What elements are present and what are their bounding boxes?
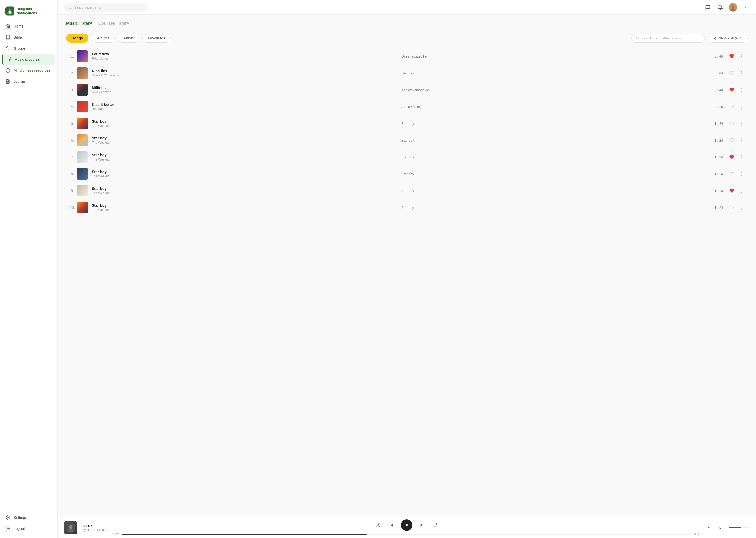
- home-icon: [5, 24, 11, 29]
- player-controls: 1:42 4:00: [113, 519, 700, 536]
- song-info: Star boy The Weeknd: [92, 119, 402, 128]
- svg-rect-28: [406, 524, 406, 526]
- song-more-button[interactable]: ⋮: [737, 104, 745, 110]
- song-more-button[interactable]: ⋮: [737, 171, 745, 177]
- song-thumbnail: [77, 134, 88, 146]
- song-artist: The Weeknd: [92, 208, 402, 212]
- table-row[interactable]: 6. Star boy The Weeknd Star boy 1 : 24 ⋮: [66, 132, 748, 149]
- shuffle-player-icon: [376, 523, 380, 527]
- song-like-button[interactable]: [727, 121, 737, 126]
- chat-icon: [705, 5, 710, 10]
- song-like-button[interactable]: [727, 104, 737, 109]
- song-more-button[interactable]: ⋮: [737, 188, 745, 193]
- filter-artists[interactable]: Artists: [118, 34, 139, 42]
- content-area: Music library Courses library Songs Albu…: [58, 15, 756, 538]
- song-more-button[interactable]: ⋮: [737, 205, 745, 210]
- play-button[interactable]: [401, 519, 412, 531]
- search-icon: [68, 6, 72, 9]
- song-duration: 3 : 04: [711, 71, 727, 75]
- sidebar-item-mindfulness[interactable]: Mindfulness resources: [2, 65, 55, 76]
- song-thumbnail: [77, 202, 88, 213]
- notifications-button[interactable]: [716, 3, 725, 12]
- song-more-button[interactable]: ⋮: [737, 70, 745, 76]
- table-row[interactable]: 4. Kiss it better Rihanna Anti (Deluxe) …: [66, 98, 748, 115]
- repeat-button[interactable]: [431, 521, 440, 529]
- app-name: Religious Notifications: [17, 7, 52, 15]
- book-icon: [5, 35, 11, 40]
- table-row[interactable]: 8. Star boy The Weeknd Star boy 1 : 24 ⋮: [66, 166, 748, 182]
- table-row[interactable]: 10. Star boy The Weeknd Star boy 1 : 24 …: [66, 199, 748, 216]
- sidebar-item-bible[interactable]: Bible: [2, 32, 55, 42]
- table-row[interactable]: 2. Rich flex Drake & 21 Savage Her loss …: [66, 65, 748, 81]
- song-like-button[interactable]: [727, 172, 737, 176]
- library-tabs: Music library Courses library: [66, 21, 748, 27]
- song-info: Star boy The Weeknd: [92, 136, 402, 144]
- song-title: Let it flow: [92, 52, 402, 56]
- tab-courses-library[interactable]: Courses library: [98, 21, 129, 27]
- chevron-down-icon: [744, 6, 747, 9]
- sidebar-item-settings[interactable]: Settings: [2, 512, 55, 523]
- table-row[interactable]: 1. Let it flow Ryan Jones Oceans catepil…: [66, 48, 748, 65]
- song-like-button[interactable]: [727, 87, 737, 92]
- user-menu-button[interactable]: [741, 3, 750, 12]
- song-number: 2.: [68, 71, 77, 75]
- filter-songs[interactable]: Songs: [66, 34, 88, 42]
- global-search[interactable]: Search anything...: [64, 3, 148, 12]
- volume-icon: [719, 526, 724, 530]
- song-more-button[interactable]: ⋮: [737, 137, 745, 143]
- heart-empty-icon: [730, 172, 734, 176]
- svg-point-4: [7, 60, 8, 61]
- table-row[interactable]: 3. Millions Always never The way things …: [66, 81, 748, 98]
- song-number: 7.: [68, 155, 77, 159]
- song-number: 4.: [68, 105, 77, 109]
- song-title: Star boy: [92, 170, 402, 174]
- song-duration: 1 : 24: [711, 138, 727, 142]
- sidebar-item-groups[interactable]: Groups: [2, 43, 55, 54]
- filter-albums[interactable]: Albums: [92, 34, 115, 42]
- table-row[interactable]: 7. Star boy The Weeknd Star boy 1 : 24 ⋮: [66, 149, 748, 166]
- next-button[interactable]: [418, 521, 426, 529]
- song-like-button[interactable]: [727, 155, 737, 159]
- heart-empty-icon: [730, 121, 734, 126]
- song-like-button[interactable]: [727, 188, 737, 193]
- song-duration: 1 : 24: [711, 189, 727, 193]
- sidebar-item-label: Settings: [14, 515, 27, 519]
- more-options-button[interactable]: [706, 523, 714, 532]
- song-thumbnail: [77, 101, 88, 112]
- filter-favourites[interactable]: Favourites: [142, 34, 170, 42]
- sidebar-item-label: Bible: [14, 35, 22, 39]
- song-artist: The Weeknd: [92, 158, 402, 161]
- table-row[interactable]: 9. Star boy The Weeknd Star boy 1 : 24 ⋮: [66, 182, 748, 199]
- shuffle-player-button[interactable]: [374, 521, 382, 529]
- table-row[interactable]: 5. Star boy The Weeknd Star boy 1 : 24 ⋮: [66, 115, 748, 132]
- song-artist: The Weeknd: [92, 191, 402, 195]
- shuffle-button[interactable]: Shuffle all (901): [708, 34, 748, 42]
- sidebar-item-music[interactable]: Music & course: [2, 54, 55, 65]
- volume-button[interactable]: [717, 523, 726, 532]
- chat-button[interactable]: [703, 3, 712, 12]
- svg-point-3: [7, 46, 8, 48]
- header-actions: [703, 3, 750, 12]
- heart-filled-icon: [730, 155, 734, 159]
- volume-slider[interactable]: [729, 527, 750, 528]
- song-more-button[interactable]: ⋮: [737, 121, 745, 126]
- song-like-button[interactable]: [727, 138, 737, 143]
- prev-button[interactable]: [387, 521, 396, 529]
- song-more-button[interactable]: ⋮: [737, 53, 745, 59]
- sidebar-item-logout[interactable]: Logout: [2, 523, 55, 534]
- tab-music-library[interactable]: Music library: [66, 21, 92, 27]
- avatar[interactable]: [729, 3, 737, 12]
- song-like-button[interactable]: [727, 54, 737, 59]
- progress-bar[interactable]: 1:42 4:00: [113, 532, 700, 536]
- sidebar-item-home[interactable]: Home: [2, 21, 55, 31]
- progress-track[interactable]: [121, 534, 691, 535]
- bell-icon: [718, 5, 723, 10]
- song-more-button[interactable]: ⋮: [737, 154, 745, 160]
- mindfulness-icon: [5, 68, 11, 73]
- song-info: Kiss it better Rihanna: [92, 102, 402, 111]
- song-like-button[interactable]: [727, 71, 737, 76]
- sidebar-item-journal[interactable]: Journal: [2, 76, 55, 87]
- song-like-button[interactable]: [727, 205, 737, 210]
- song-search[interactable]: Search song, albums, artist: [631, 34, 705, 42]
- song-more-button[interactable]: ⋮: [737, 87, 745, 93]
